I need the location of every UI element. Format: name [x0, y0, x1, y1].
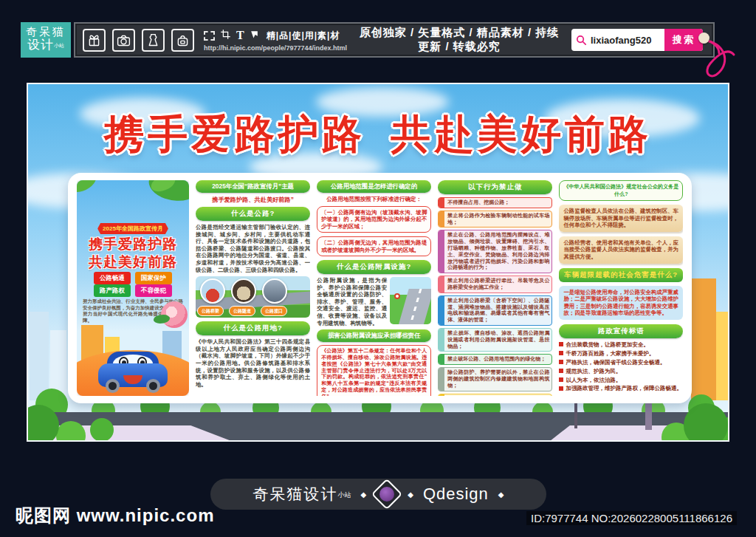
poster-tag: 不容侵犯 — [135, 284, 172, 297]
color-bar — [439, 355, 444, 364]
image-id: ID:7977744 NO:20260228005111866126 — [526, 511, 737, 525]
gift-icon — [83, 29, 106, 52]
prohibit-text: 禁止利用公路桥梁〔含桥下空间〕、公路隧道、涵洞堆放物品、搭建设施以及铺设高压电线… — [447, 298, 549, 322]
rose-flower — [161, 301, 188, 328]
page: 奇呆猫 设计小站 T 精|品|使|用|素|材 — [0, 0, 756, 537]
red-intro: 公路用地范围按照下列标准进行确定： — [317, 196, 431, 203]
prohibit-item: 禁止损坏、擅自移动、涂改、遮挡公路附属设施或者利用公路附属设施架设管道、悬挂物品… — [438, 328, 552, 352]
prohibit-item: 禁止在公路、公路用地范围内摆摊设点、堆放物品、倾倒垃圾、设置障碍、挖沟引水、打场… — [438, 230, 552, 273]
prohibit-text: 不得擅自占用、挖掘公路； — [447, 199, 509, 205]
law-box: 《公路法》第五十二条规定：任何单位和个人不得损坏、擅自移动、涂改公路附属设施。违… — [317, 345, 431, 396]
logo-small: 小站 — [54, 43, 64, 49]
leaf-decoration — [77, 180, 100, 195]
profile-url: http://hi.nipic.com/people/7977744/index… — [204, 44, 347, 52]
selection-icon — [204, 31, 215, 41]
flag-icon — [250, 29, 259, 42]
poster-scene — [77, 310, 189, 396]
cartoon-car — [98, 347, 168, 393]
section-header: 公路用地范围是怎样进行确定的 — [317, 180, 431, 193]
poster-board: 携手爱路护路共赴美好前路 2025年全国路政宣传月 携手爱路护路 — [27, 83, 729, 442]
section-header: 2025年全国“路政宣传月”主题 — [196, 180, 310, 193]
ribbon-decoration — [700, 37, 743, 83]
building — [716, 312, 729, 400]
obligation-box: 公路经营者、使用者和其他有关单位、个人，应当接受公路监督人员依法实施的监督检查，… — [559, 236, 683, 264]
body-text: 公路是指经交通运输主管部门验收认定的、连接城间、城乡间、乡村间，主要供机动车通行… — [196, 224, 310, 273]
prohibit-text: 除公路防护、养护需要的以外，禁止在公路两侧的建筑控制区内修建建筑物和地面构筑物； — [447, 369, 549, 388]
color-bar — [439, 198, 444, 208]
camera-icon — [112, 29, 135, 52]
prohibit-text: 禁止利用公路桥梁进行牵拉、吊装等危及公路桥梁安全的施工作业； — [447, 278, 549, 290]
theme-red-line: 携手爱路护路、共赴美好前路” — [196, 196, 310, 204]
crop-icon — [220, 29, 231, 43]
prohibit-item: 除公路防护、养护需要的以外，禁止在公路两侧的建筑控制区内修建建筑物和地面构筑物； — [438, 367, 552, 391]
overload-box: 一是缩短公路使用寿命，对公路安全构成严重威胁；二是严重破坏公路设施，大大增加公路… — [559, 286, 683, 320]
text-tool-icon: T — [236, 30, 244, 41]
color-bar — [439, 368, 444, 390]
slogan-item: 合法装载货物，让路桥更加安全。 — [559, 341, 683, 348]
prohibit-item: 禁止将公路作为检验车辆制动性能的试车场地； — [438, 211, 552, 228]
footer-brand-pill: 奇呆猫设计小站 ◆ ◆ Qdesign ◆ — [210, 479, 546, 510]
poster-tag: 公路畅通 — [94, 272, 131, 284]
diamond-separator: ◆ — [408, 490, 413, 499]
color-bar — [439, 394, 444, 396]
poster-tag: 国家保护 — [135, 272, 172, 284]
prohibit-text: 禁止在公路、公路用地范围内摆摊设点、堆放物品、倾倒垃圾、设置障碍、挖沟引水、打场… — [447, 232, 549, 270]
photo-label: 公路隧道 — [229, 306, 255, 316]
toolbar-mid: T 精|品|使|用|素|材 http://hi.nipic.com/people… — [204, 29, 347, 52]
prohibit-item: 禁止利用公路桥梁进行牵拉、吊装等危及公路桥梁安全的施工作业； — [438, 276, 552, 293]
dress-icon — [142, 29, 165, 52]
ferry-photo — [262, 278, 287, 304]
site-logo: 奇呆猫 设计小站 — [21, 22, 71, 58]
prohibit-text: 禁止破坏公路、公路用地范围内的绿化物； — [447, 356, 546, 361]
corner-bush-right — [684, 403, 728, 442]
slogan-item: 规范执法、护路为民。 — [559, 368, 683, 374]
slogan-item: 加强路政管理，维护路产路权，保障公路畅通。 — [559, 385, 683, 391]
search-button[interactable]: 搜索 — [664, 29, 703, 51]
search-box: 搜索 — [571, 29, 703, 51]
section-header: 什么是公路? — [196, 207, 310, 221]
board-title: 携手爱路护路共赴美好前路 — [28, 108, 728, 162]
toolbar: T 精|品|使|用|素|材 http://hi.nipic.com/people… — [74, 22, 715, 58]
slogan-item: 严格执法，确保国省干线公路安全畅通。 — [559, 359, 683, 366]
bridge-photo — [200, 278, 225, 304]
panel-column-obligations: 《中华人民共和国公路法》规定社会公众的义务是什么? 公路监督检查人员依法在公路、… — [559, 180, 683, 396]
qdesign-label: Qdesign — [423, 485, 489, 504]
prohibit-item: 不得擅自占用、挖掘公路； — [438, 197, 552, 208]
obligation-box: 公路监督检查人员依法在公路、建筑控制区、车辆停放场所、车辆所属单位等进行监督检查… — [559, 205, 683, 232]
section-header: 损害公路附属设施应承担哪些责任 — [317, 329, 431, 342]
pin-dot — [698, 33, 709, 44]
slogan-item: 千桥万路百姓路，大家携手来爱护。 — [559, 350, 683, 357]
footer-brand: 奇呆猫设计小站 — [252, 484, 351, 504]
bag-icon — [171, 29, 194, 52]
logo-line1: 奇呆猫 — [21, 26, 71, 38]
panel-column-poster: 2025年全国路政宣传月 携手爱路护路 共赴美好前路 公路畅通 国家保护 路产路… — [77, 180, 189, 396]
search-icon — [571, 34, 591, 47]
photo-label: 公路桥梁 — [197, 306, 224, 316]
diamond-separator: ◆ — [360, 490, 366, 499]
site-name: 昵图网 www.nipic.com — [16, 504, 214, 527]
section-header: 车辆超限超载的社会危害是什么? — [559, 268, 683, 282]
tunnel-photo — [231, 278, 256, 304]
section-header: 路政宣传标语 — [559, 324, 683, 338]
section-header: 什么是公路附属设施? — [317, 260, 431, 274]
body-text: 《中华人民共和国公路法》第三十四条规定县级以上地方人民政府应当确定公路两侧边沟（… — [196, 338, 310, 388]
panel-column-what-is-highway: 2025年全国“路政宣传月”主题 携手爱路护路、共赴美好前路” 什么是公路? 公… — [196, 180, 310, 396]
rule-box: 〔一〕公路两侧有边沟（坡顶截水沟、坡脚护坡道）的，其用地范围为边沟外缘分起不少于… — [317, 206, 431, 233]
quality-text: 精|品|使|用|素|材 — [267, 30, 340, 42]
poster-title-1: 携手爱路护路 — [77, 235, 189, 254]
poster-tag: 路产路权 — [94, 284, 131, 297]
logo-line2: 设计小站 — [21, 38, 71, 52]
color-bar — [439, 296, 444, 325]
section-header: 以下行为禁止做 — [438, 180, 552, 194]
mini-poster: 2025年全国路政宣传月 携手爱路护路 共赴美好前路 公路畅通 国家保护 路产路… — [77, 180, 189, 396]
rule-box: 〔二〕公路两侧无边沟，其用地范围为路堤或者护坡道坡脚向外不少于一米的区域。 — [317, 236, 431, 256]
highway-photos: 公路桥梁 公路隧道 公路渡口 — [196, 276, 310, 318]
color-bar — [439, 276, 444, 293]
road-illustration — [390, 277, 431, 324]
building — [691, 278, 716, 400]
panel-column-land-scope: 公路用地范围是怎样进行确定的 公路用地范围按照下列标准进行确定： 〔一〕公路两侧… — [317, 180, 431, 396]
qdesign-badge-icon — [371, 479, 402, 510]
search-input[interactable] — [591, 35, 664, 46]
diamond-separator: ◆ — [498, 490, 504, 499]
prohibit-text: 禁止将公路作为检验车辆制动性能的试车场地； — [447, 213, 549, 225]
